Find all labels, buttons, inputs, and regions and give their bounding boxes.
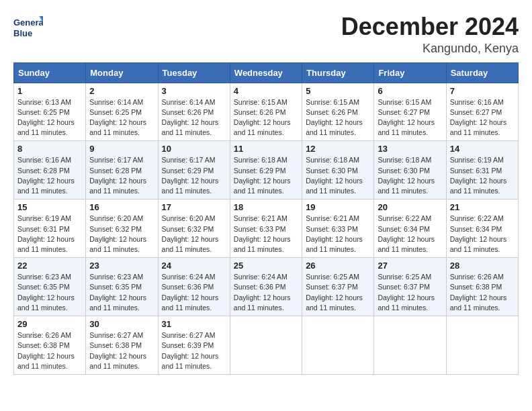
calendar-cell: 22Sunrise: 6:23 AMSunset: 6:35 PMDayligh… (14, 258, 86, 316)
calendar-cell: 25Sunrise: 6:24 AMSunset: 6:36 PMDayligh… (230, 258, 302, 316)
svg-text:General: General (13, 17, 43, 28)
day-number: 11 (234, 144, 298, 154)
day-info: Sunrise: 6:15 AMSunset: 6:27 PMDaylight:… (378, 97, 442, 138)
day-info: Sunrise: 6:23 AMSunset: 6:35 PMDaylight:… (17, 272, 82, 313)
calendar-cell: 3Sunrise: 6:14 AMSunset: 6:26 PMDaylight… (158, 83, 230, 141)
weekday-header-friday: Friday (374, 62, 446, 83)
logo-container: General Blue (13, 13, 43, 40)
calendar-cell: 28Sunrise: 6:26 AMSunset: 6:38 PMDayligh… (446, 258, 518, 316)
day-number: 22 (17, 261, 82, 271)
day-info: Sunrise: 6:19 AMSunset: 6:31 PMDaylight:… (17, 214, 82, 255)
day-number: 29 (17, 319, 82, 329)
day-info: Sunrise: 6:22 AMSunset: 6:34 PMDaylight:… (450, 214, 515, 255)
day-number: 4 (234, 86, 298, 96)
calendar-cell: 12Sunrise: 6:18 AMSunset: 6:30 PMDayligh… (302, 141, 374, 199)
day-number: 16 (89, 202, 154, 212)
day-info: Sunrise: 6:22 AMSunset: 6:34 PMDaylight:… (378, 214, 442, 255)
weekday-header-tuesday: Tuesday (158, 62, 230, 83)
calendar-table: SundayMondayTuesdayWednesdayThursdayFrid… (13, 62, 519, 375)
day-number: 9 (89, 144, 154, 154)
calendar-cell: 18Sunrise: 6:21 AMSunset: 6:33 PMDayligh… (230, 199, 302, 258)
day-number: 24 (162, 261, 226, 271)
day-number: 5 (306, 86, 370, 96)
logo-graphic: General Blue (13, 13, 43, 40)
calendar-cell: 1Sunrise: 6:13 AMSunset: 6:25 PMDaylight… (14, 83, 86, 141)
day-info: Sunrise: 6:24 AMSunset: 6:36 PMDaylight:… (234, 272, 298, 313)
weekday-header-monday: Monday (86, 62, 158, 83)
page-header: General Blue December 2024 Kangundo, Ken… (13, 13, 519, 56)
calendar-cell: 31Sunrise: 6:27 AMSunset: 6:39 PMDayligh… (158, 316, 230, 375)
day-info: Sunrise: 6:23 AMSunset: 6:35 PMDaylight:… (89, 272, 154, 313)
calendar-cell: 11Sunrise: 6:18 AMSunset: 6:29 PMDayligh… (230, 141, 302, 199)
day-info: Sunrise: 6:26 AMSunset: 6:38 PMDaylight:… (17, 330, 82, 371)
location-title: Kangundo, Kenya (341, 42, 519, 56)
day-number: 10 (162, 144, 226, 154)
svg-text:Blue: Blue (13, 28, 32, 38)
calendar-cell: 7Sunrise: 6:16 AMSunset: 6:27 PMDaylight… (446, 83, 518, 141)
calendar-cell (302, 316, 374, 375)
title-area: December 2024 Kangundo, Kenya (341, 13, 519, 56)
calendar-cell: 21Sunrise: 6:22 AMSunset: 6:34 PMDayligh… (446, 199, 518, 258)
day-info: Sunrise: 6:26 AMSunset: 6:38 PMDaylight:… (450, 272, 515, 313)
calendar-cell: 23Sunrise: 6:23 AMSunset: 6:35 PMDayligh… (86, 258, 158, 316)
calendar-cell: 15Sunrise: 6:19 AMSunset: 6:31 PMDayligh… (14, 199, 86, 258)
day-number: 7 (450, 86, 515, 96)
calendar-cell (374, 316, 446, 375)
day-info: Sunrise: 6:14 AMSunset: 6:25 PMDaylight:… (89, 97, 154, 138)
day-info: Sunrise: 6:20 AMSunset: 6:32 PMDaylight:… (162, 214, 226, 255)
day-number: 30 (89, 319, 154, 329)
day-info: Sunrise: 6:27 AMSunset: 6:39 PMDaylight:… (162, 330, 226, 371)
calendar-cell: 16Sunrise: 6:20 AMSunset: 6:32 PMDayligh… (86, 199, 158, 258)
calendar-cell: 8Sunrise: 6:16 AMSunset: 6:28 PMDaylight… (14, 141, 86, 199)
day-info: Sunrise: 6:17 AMSunset: 6:29 PMDaylight:… (162, 155, 226, 196)
day-number: 13 (378, 144, 442, 154)
day-info: Sunrise: 6:17 AMSunset: 6:28 PMDaylight:… (89, 155, 154, 196)
day-number: 2 (89, 86, 154, 96)
day-info: Sunrise: 6:24 AMSunset: 6:36 PMDaylight:… (162, 272, 226, 313)
calendar-cell: 5Sunrise: 6:15 AMSunset: 6:26 PMDaylight… (302, 83, 374, 141)
weekday-header-sunday: Sunday (14, 62, 86, 83)
day-number: 28 (450, 261, 515, 271)
day-info: Sunrise: 6:15 AMSunset: 6:26 PMDaylight:… (306, 97, 370, 138)
calendar-cell: 27Sunrise: 6:25 AMSunset: 6:37 PMDayligh… (374, 258, 446, 316)
day-number: 20 (378, 202, 442, 212)
day-info: Sunrise: 6:18 AMSunset: 6:30 PMDaylight:… (306, 155, 370, 196)
day-info: Sunrise: 6:18 AMSunset: 6:30 PMDaylight:… (378, 155, 442, 196)
day-number: 14 (450, 144, 515, 154)
weekday-header-thursday: Thursday (302, 62, 374, 83)
calendar-cell: 30Sunrise: 6:27 AMSunset: 6:38 PMDayligh… (86, 316, 158, 375)
day-number: 25 (234, 261, 298, 271)
weekday-header-saturday: Saturday (446, 62, 518, 83)
day-number: 12 (306, 144, 370, 154)
logo: General Blue (13, 13, 43, 40)
day-number: 19 (306, 202, 370, 212)
day-info: Sunrise: 6:13 AMSunset: 6:25 PMDaylight:… (17, 97, 82, 138)
day-info: Sunrise: 6:16 AMSunset: 6:27 PMDaylight:… (450, 97, 515, 138)
calendar-cell: 4Sunrise: 6:15 AMSunset: 6:26 PMDaylight… (230, 83, 302, 141)
calendar-cell: 13Sunrise: 6:18 AMSunset: 6:30 PMDayligh… (374, 141, 446, 199)
day-number: 8 (17, 144, 82, 154)
calendar-cell: 24Sunrise: 6:24 AMSunset: 6:36 PMDayligh… (158, 258, 230, 316)
day-info: Sunrise: 6:19 AMSunset: 6:31 PMDaylight:… (450, 155, 515, 196)
day-number: 18 (234, 202, 298, 212)
calendar-cell: 19Sunrise: 6:21 AMSunset: 6:33 PMDayligh… (302, 199, 374, 258)
calendar-cell: 17Sunrise: 6:20 AMSunset: 6:32 PMDayligh… (158, 199, 230, 258)
day-info: Sunrise: 6:18 AMSunset: 6:29 PMDaylight:… (234, 155, 298, 196)
calendar-cell: 6Sunrise: 6:15 AMSunset: 6:27 PMDaylight… (374, 83, 446, 141)
day-number: 6 (378, 86, 442, 96)
month-title: December 2024 (341, 13, 519, 40)
calendar-cell (446, 316, 518, 375)
calendar-cell: 26Sunrise: 6:25 AMSunset: 6:37 PMDayligh… (302, 258, 374, 316)
day-number: 1 (17, 86, 82, 96)
weekday-header-wednesday: Wednesday (230, 62, 302, 83)
calendar-cell: 29Sunrise: 6:26 AMSunset: 6:38 PMDayligh… (14, 316, 86, 375)
day-info: Sunrise: 6:25 AMSunset: 6:37 PMDaylight:… (378, 272, 442, 313)
day-number: 26 (306, 261, 370, 271)
day-number: 31 (162, 319, 226, 329)
calendar-cell (230, 316, 302, 375)
day-info: Sunrise: 6:25 AMSunset: 6:37 PMDaylight:… (306, 272, 370, 313)
day-number: 17 (162, 202, 226, 212)
calendar-cell: 2Sunrise: 6:14 AMSunset: 6:25 PMDaylight… (86, 83, 158, 141)
day-number: 21 (450, 202, 515, 212)
calendar-cell: 14Sunrise: 6:19 AMSunset: 6:31 PMDayligh… (446, 141, 518, 199)
